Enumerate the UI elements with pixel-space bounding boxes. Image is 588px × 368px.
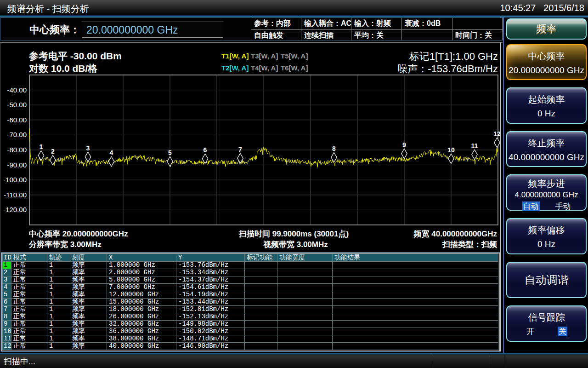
svg-text:-80.00: -80.00 (7, 146, 27, 154)
svg-text:1: 1 (40, 143, 43, 150)
svg-text:6: 6 (204, 146, 207, 154)
svg-text:-50.00: -50.00 (7, 101, 27, 109)
svg-text:-120.00: -120.00 (3, 206, 27, 213)
svg-text:8: 8 (332, 145, 336, 152)
svg-text:4: 4 (110, 149, 113, 156)
svg-text:2: 2 (51, 148, 55, 155)
svg-text:-90.00: -90.00 (7, 161, 27, 169)
svg-text:10: 10 (447, 146, 455, 154)
svg-text:5: 5 (168, 149, 172, 156)
svg-text:7: 7 (238, 146, 242, 153)
svg-text:-60.00: -60.00 (7, 116, 27, 124)
svg-text:-100.00: -100.00 (3, 176, 27, 184)
svg-text:-70.00: -70.00 (7, 131, 27, 138)
svg-text:3: 3 (86, 144, 90, 152)
svg-text:11: 11 (471, 142, 478, 150)
svg-text:-40.00: -40.00 (7, 86, 27, 94)
svg-text:9: 9 (402, 141, 406, 149)
svg-text:-110.00: -110.00 (4, 191, 27, 199)
